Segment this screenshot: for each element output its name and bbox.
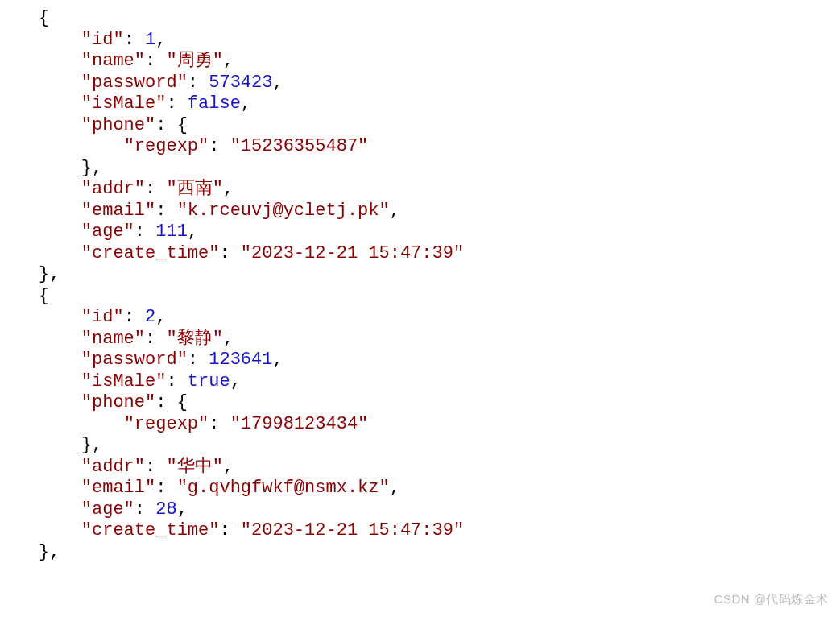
value-password: 573423 [209, 72, 272, 93]
value-name: 周勇 [177, 51, 213, 71]
value-create-time: 2023-12-21 15:47:39 [251, 520, 453, 540]
value-id: 1 [145, 30, 155, 50]
value-addr: 西南 [177, 179, 213, 199]
json-document: { "id": 1, "name": "周勇", "password": 573… [0, 0, 840, 563]
value-age: 28 [155, 499, 176, 520]
value-phone-regexp: 17998123434 [241, 414, 358, 434]
value-ismale: true [188, 371, 230, 391]
value-addr: 华中 [177, 457, 213, 477]
value-id: 2 [145, 307, 155, 327]
value-email: k.rceuvj@ycletj.pk [188, 201, 379, 221]
value-email: g.qvhgfwkf@nsmx.kz [188, 478, 379, 498]
value-age: 111 [155, 222, 188, 242]
value-name: 黎静 [177, 329, 213, 349]
watermark-text: CSDN @代码炼金术 [714, 592, 829, 607]
value-password: 123641 [209, 350, 272, 370]
value-phone-regexp: 15236355487 [241, 136, 358, 156]
value-ismale: false [188, 93, 241, 114]
value-create-time: 2023-12-21 15:47:39 [251, 243, 453, 263]
